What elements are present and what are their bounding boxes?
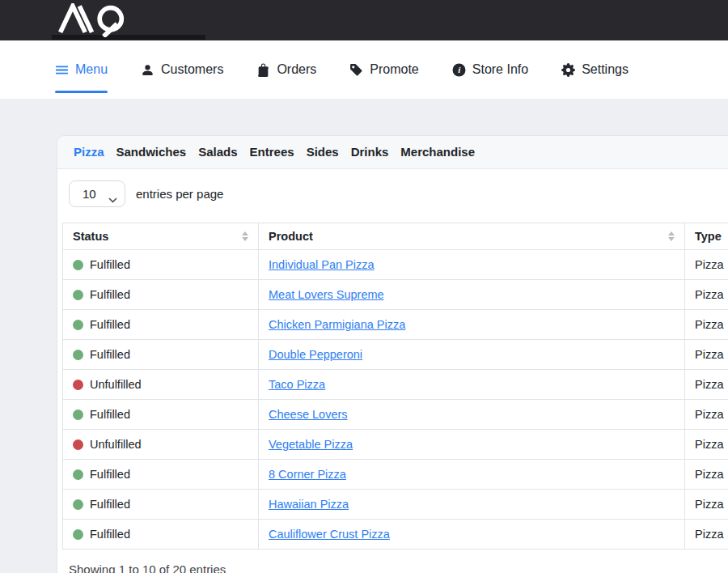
product-cell: Cheese Lovers xyxy=(259,400,685,430)
status-cell: Fulfilled xyxy=(63,280,259,310)
product-cell: Cauliflower Crust Pizza xyxy=(259,520,685,550)
status-dot-icon xyxy=(73,290,83,300)
tab-sandwiches[interactable]: Sandwiches xyxy=(116,144,187,160)
table-row: Unfulfilled Vegetable Pizza Pizza xyxy=(63,430,728,460)
card-body: 10 entries per page xyxy=(57,169,728,573)
product-link[interactable]: Taco Pizza xyxy=(269,378,325,391)
tab-salads[interactable]: Salads xyxy=(198,144,237,160)
sort-icon xyxy=(242,231,248,241)
status-dot-icon xyxy=(73,469,83,480)
type-cell: Pizza xyxy=(685,460,728,490)
page-content: PizzaSandwichesSaladsEntreesSidesDrinksM… xyxy=(0,99,728,573)
product-cell: Double Pepperoni xyxy=(259,340,685,370)
status-dot-icon xyxy=(73,499,83,510)
product-cell: 8 Corner Pizza xyxy=(259,460,685,490)
table-row: Fulfilled Cauliflower Crust Pizza Pizza xyxy=(63,520,728,550)
type-cell: Pizza xyxy=(685,520,728,550)
entries-per-page-label: entries per page xyxy=(136,187,223,201)
primary-nav: Menu Customers Orders Promote i Store In… xyxy=(0,40,728,99)
status-cell: Fulfilled xyxy=(63,490,259,520)
table-row: Fulfilled Double Pepperoni Pizza xyxy=(63,340,728,370)
tab-sides[interactable]: Sides xyxy=(307,144,339,160)
status-cell: Fulfilled xyxy=(63,460,259,490)
product-cell: Chicken Parmigiana Pizza xyxy=(259,310,685,340)
product-link[interactable]: Meat Lovers Supreme xyxy=(269,288,384,301)
column-header-status[interactable]: Status xyxy=(63,223,259,250)
nav-item-customers[interactable]: Customers xyxy=(141,40,223,99)
nav-item-menu[interactable]: Menu xyxy=(55,40,108,99)
status-cell: Unfulfilled xyxy=(63,430,259,460)
type-cell: Pizza xyxy=(685,310,728,340)
type-cell: Pizza xyxy=(685,400,728,430)
product-cell: Taco Pizza xyxy=(259,370,685,400)
menu-card: PizzaSandwichesSaladsEntreesSidesDrinksM… xyxy=(57,135,728,573)
status-cell: Fulfilled xyxy=(63,520,259,550)
table-row: Fulfilled Meat Lovers Supreme Pizza xyxy=(63,280,728,310)
product-link[interactable]: Cauliflower Crust Pizza xyxy=(269,528,390,541)
column-header-type[interactable]: Type xyxy=(685,223,728,250)
table-body: Fulfilled Individual Pan Pizza Pizza xyxy=(63,250,728,550)
table-row: Fulfilled Individual Pan Pizza Pizza xyxy=(63,250,728,280)
status-dot-icon xyxy=(73,350,83,360)
entries-per-page-select[interactable]: 10 xyxy=(69,180,125,207)
nav-item-promote[interactable]: Promote xyxy=(349,40,418,99)
table-row: Fulfilled Cheese Lovers Pizza xyxy=(63,400,728,430)
tab-entrees[interactable]: Entrees xyxy=(250,144,294,160)
type-cell: Pizza xyxy=(685,280,728,310)
status-dot-icon xyxy=(73,260,83,270)
bag-icon xyxy=(256,63,270,77)
table-row: Fulfilled Chicken Parmigiana Pizza Pizza xyxy=(63,310,728,340)
product-link[interactable]: Hawaiian Pizza xyxy=(269,498,349,511)
status-cell: Unfulfilled xyxy=(63,370,259,400)
product-link[interactable]: Vegetable Pizza xyxy=(269,438,353,451)
product-link[interactable]: Chicken Parmigiana Pizza xyxy=(269,318,405,331)
product-cell: Meat Lovers Supreme xyxy=(259,280,685,310)
product-cell: Individual Pan Pizza xyxy=(259,250,685,280)
table-row: Fulfilled Hawaiian Pizza Pizza xyxy=(63,490,728,520)
aiq-logo[interactable] xyxy=(52,3,133,40)
type-cell: Pizza xyxy=(685,340,728,370)
nav-item-store-info[interactable]: i Store Info xyxy=(452,40,528,99)
product-cell: Vegetable Pizza xyxy=(259,430,685,460)
status-cell: Fulfilled xyxy=(63,400,259,430)
entries-per-page-control: 10 entries per page xyxy=(69,180,728,207)
tab-drinks[interactable]: Drinks xyxy=(351,144,389,160)
person-icon xyxy=(141,63,154,77)
type-cell: Pizza xyxy=(685,250,728,280)
category-tabs: PizzaSandwichesSaladsEntreesSidesDrinksM… xyxy=(57,136,728,169)
info-icon: i xyxy=(452,63,466,77)
table-row: Unfulfilled Taco Pizza Pizza xyxy=(63,370,728,400)
column-header-product[interactable]: Product xyxy=(259,223,685,250)
type-cell: Pizza xyxy=(685,490,728,520)
status-dot-icon xyxy=(73,529,83,540)
table-row: Fulfilled 8 Corner Pizza Pizza xyxy=(63,460,728,490)
product-cell: Hawaiian Pizza xyxy=(259,490,685,520)
status-cell: Fulfilled xyxy=(63,340,259,370)
nav-item-settings[interactable]: Settings xyxy=(561,40,629,99)
tab-pizza[interactable]: Pizza xyxy=(74,144,104,160)
entries-summary: Showing 1 to 10 of 20 entries xyxy=(69,562,728,573)
gear-icon xyxy=(561,63,575,77)
sort-icon xyxy=(668,231,675,241)
top-bar xyxy=(0,0,728,40)
status-dot-icon xyxy=(73,320,83,330)
product-link[interactable]: Individual Pan Pizza xyxy=(269,258,375,271)
table-header-row: Status Product Type xyxy=(63,223,728,250)
product-link[interactable]: Double Pepperoni xyxy=(269,348,362,361)
nav-item-orders[interactable]: Orders xyxy=(256,40,316,99)
type-cell: Pizza xyxy=(685,430,728,460)
status-dot-icon xyxy=(73,380,83,390)
tag-icon xyxy=(349,63,363,77)
status-cell: Fulfilled xyxy=(63,250,259,280)
status-dot-icon xyxy=(73,410,83,420)
type-cell: Pizza xyxy=(685,370,728,400)
tab-merchandise[interactable]: Merchandise xyxy=(400,144,475,160)
hamburger-icon xyxy=(55,63,69,77)
products-table: Status Product Type xyxy=(62,223,728,550)
status-cell: Fulfilled xyxy=(63,310,259,340)
product-link[interactable]: Cheese Lovers xyxy=(269,408,348,421)
product-link[interactable]: 8 Corner Pizza xyxy=(269,468,346,481)
status-dot-icon xyxy=(73,439,83,450)
